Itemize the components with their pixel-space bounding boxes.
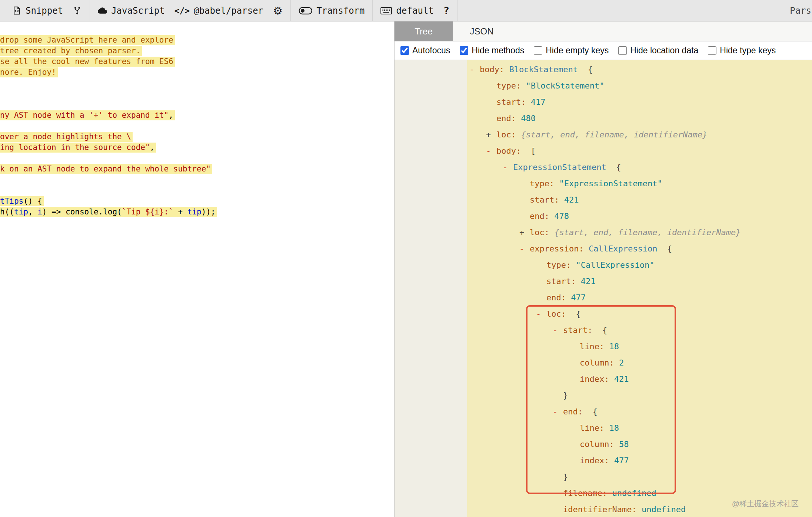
tree-row: type: "CallExpression" xyxy=(467,257,812,273)
toolbar-group: default? xyxy=(373,0,457,21)
tree-num: 417 xyxy=(531,97,546,107)
question-icon: ? xyxy=(443,5,449,16)
collapse-icon[interactable]: - xyxy=(553,404,563,420)
help-button[interactable]: ? xyxy=(439,0,454,21)
language-select[interactable]: JavaScript xyxy=(93,0,170,21)
option-autofocus[interactable]: Autofocus xyxy=(400,46,450,56)
code-token: tip xyxy=(187,207,202,216)
fork-icon xyxy=(73,6,82,15)
checkbox-autofocus[interactable] xyxy=(400,46,409,55)
tree-punct: { xyxy=(606,163,621,172)
tree-punct xyxy=(571,260,576,270)
option-label: Hide empty keys xyxy=(546,46,609,56)
collapse-icon[interactable]: - xyxy=(503,159,513,176)
tree-key: loc: xyxy=(546,309,566,318)
tree-row: -start: { xyxy=(467,322,812,338)
node-type-link[interactable]: CallExpression xyxy=(589,244,657,253)
checkbox-hide-empty-keys[interactable] xyxy=(534,46,542,55)
node-type-link[interactable]: ExpressionStatement xyxy=(513,163,606,172)
code-line: ny AST node with a '+' to expand it", xyxy=(0,110,394,121)
tree-key: start: xyxy=(546,277,576,286)
snippet-button[interactable]: Snippet xyxy=(7,0,68,21)
tree-str: "ExpressionStatement" xyxy=(559,179,662,188)
code-lines: drop some JavaScript here and exploretre… xyxy=(0,21,394,217)
tree-punct: { xyxy=(592,326,607,335)
code-line: tTips() { xyxy=(0,196,394,207)
tree-punct xyxy=(549,228,554,237)
transform-toggle[interactable]: Transform xyxy=(294,0,369,21)
node-type-link[interactable]: BlockStatement xyxy=(509,65,578,74)
language-select-label: JavaScript xyxy=(111,6,165,16)
tab-tree[interactable]: Tree xyxy=(395,21,453,41)
ast-tree-view[interactable]: -body: BlockStatement {type: "BlockState… xyxy=(395,60,812,517)
fork-button[interactable] xyxy=(68,0,87,21)
tree-key: end: xyxy=(563,407,583,416)
tree-row: start: 421 xyxy=(467,192,812,208)
toolbar: SnippetJavaScript</>@babel/parser⚙Transf… xyxy=(0,0,812,21)
tree-num: 477 xyxy=(571,293,586,302)
expand-icon[interactable]: + xyxy=(519,224,530,241)
collapse-icon[interactable]: - xyxy=(486,143,496,159)
collapse-icon[interactable]: - xyxy=(519,241,530,257)
tree-row: end: 478 xyxy=(467,208,812,224)
checkbox-hide-location-data[interactable] xyxy=(618,46,627,55)
tree-key: column: xyxy=(580,440,614,449)
collapse-icon[interactable]: - xyxy=(553,322,563,338)
code-highlight: k on an AST node to expand the whole sub… xyxy=(0,164,212,174)
checkbox-hide-methods[interactable] xyxy=(460,46,468,55)
tree-punct xyxy=(614,358,619,367)
tree-num: 421 xyxy=(564,195,579,204)
tree-row: column: 58 xyxy=(467,436,812,453)
tree-row: column: 2 xyxy=(467,355,812,371)
tree-punct xyxy=(566,293,571,302)
snippet-button-label: Snippet xyxy=(26,6,63,16)
tree-key: type: xyxy=(496,81,521,90)
tree-row: +loc: {start, end, filename, identifierN… xyxy=(467,224,812,241)
tree-num: 421 xyxy=(614,374,629,384)
parser-select[interactable]: </>@babel/parser xyxy=(170,0,268,21)
toolbar-group: Snippet xyxy=(0,0,90,21)
option-hide-type-keys[interactable]: Hide type keys xyxy=(708,46,776,56)
tree-key: line: xyxy=(580,342,604,351)
code-line: ing location in the source code", xyxy=(0,142,394,153)
transform-toggle-label: Transform xyxy=(316,6,365,16)
option-hide-location-data[interactable]: Hide location data xyxy=(618,46,698,56)
collapse-icon[interactable]: - xyxy=(536,306,546,322)
tree-row: line: 18 xyxy=(467,338,812,355)
tree-num: 58 xyxy=(619,440,629,449)
ast-tab-bar: Tree JSON xyxy=(395,21,812,41)
tree-num: 480 xyxy=(521,114,536,123)
tree-num: 18 xyxy=(609,423,619,433)
parser-settings-button[interactable]: ⚙ xyxy=(268,0,287,21)
option-hide-empty-keys[interactable]: Hide empty keys xyxy=(534,46,609,56)
option-label: Hide methods xyxy=(472,46,524,56)
snippet-doc-icon xyxy=(12,6,21,15)
checkbox-hide-type-keys[interactable] xyxy=(708,46,716,55)
keyboard-icon xyxy=(380,7,392,14)
tree-num: 2 xyxy=(619,358,624,367)
tree-punct xyxy=(614,440,619,449)
tree-key: start: xyxy=(530,195,559,204)
code-line xyxy=(0,89,394,99)
tree-punct: } xyxy=(563,391,568,400)
expand-icon[interactable]: + xyxy=(486,127,496,143)
code-highlight: drop some JavaScript here and explore xyxy=(0,35,175,45)
option-hide-methods[interactable]: Hide methods xyxy=(460,46,524,56)
code-token: se all the cool new features from ES6 xyxy=(0,57,173,66)
keymap-select[interactable]: default xyxy=(376,0,438,21)
tree-row: start: 417 xyxy=(467,94,812,110)
tree-punct: { xyxy=(583,407,598,416)
tree-row: filename: undefined xyxy=(467,485,812,501)
ast-panel: Tree JSON AutofocusHide methodsHide empt… xyxy=(395,21,812,517)
code-line xyxy=(0,185,394,196)
tree-row: type: "BlockStatement" xyxy=(467,78,812,94)
code-line xyxy=(0,121,394,131)
code-editor[interactable]: drop some JavaScript here and exploretre… xyxy=(0,21,395,517)
toolbar-group: Transform xyxy=(291,0,373,21)
collapse-icon[interactable]: - xyxy=(469,61,480,78)
tree-punct xyxy=(584,244,589,253)
tree-key: body: xyxy=(480,65,504,74)
tab-json[interactable]: JSON xyxy=(453,21,511,41)
code-line: k on an AST node to expand the whole sub… xyxy=(0,164,394,174)
tree-punct xyxy=(576,277,580,286)
